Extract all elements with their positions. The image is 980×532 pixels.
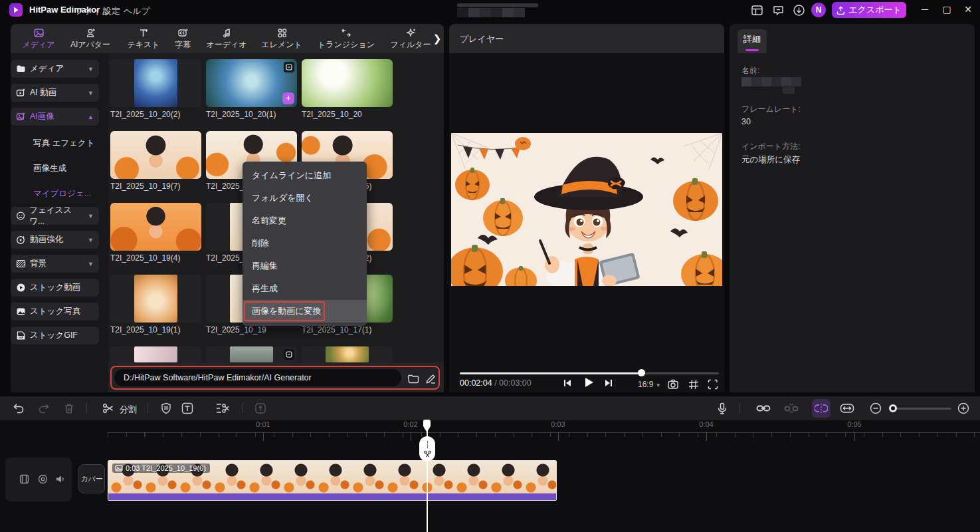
marker-badge-icon[interactable] bbox=[159, 402, 173, 415]
zoom-in-icon[interactable] bbox=[957, 402, 970, 415]
open-folder-icon[interactable] bbox=[407, 372, 420, 386]
edit-path-icon[interactable] bbox=[424, 372, 437, 386]
cc-icon bbox=[167, 27, 198, 39]
undo-icon[interactable] bbox=[12, 402, 25, 415]
elements-icon bbox=[258, 27, 306, 39]
menu-item-open-folder[interactable]: フォルダを開く bbox=[243, 187, 367, 209]
split-scissors-icon[interactable] bbox=[102, 402, 115, 415]
playhead-split-button[interactable] bbox=[419, 436, 435, 462]
media-thumb-10[interactable] bbox=[110, 275, 201, 323]
fit-timeline-icon[interactable] bbox=[840, 402, 853, 415]
playhead-handle[interactable] bbox=[422, 419, 432, 433]
timeline-zoom-slider[interactable] bbox=[890, 408, 951, 410]
tab-subtitles[interactable]: 字幕 bbox=[167, 27, 198, 52]
delete-icon[interactable] bbox=[62, 402, 76, 415]
media-thumb-4[interactable] bbox=[110, 131, 201, 179]
sidebar-item-video-enhance[interactable]: 動画強化▼ bbox=[11, 231, 99, 249]
fullscreen-icon[interactable] bbox=[707, 378, 719, 390]
prev-frame-button[interactable] bbox=[561, 355, 576, 370]
trim-icon[interactable] bbox=[215, 402, 229, 415]
export-clip-icon[interactable] bbox=[254, 402, 267, 415]
close-button[interactable]: ✕ bbox=[961, 4, 975, 15]
tab-audio[interactable]: オーディオ bbox=[203, 27, 250, 52]
track-volume-icon[interactable] bbox=[54, 473, 66, 485]
save-path-input[interactable] bbox=[114, 369, 401, 386]
image-plus-icon bbox=[16, 112, 26, 122]
feedback-icon[interactable] bbox=[772, 4, 785, 17]
menu-item-regenerate[interactable]: 再生成 bbox=[243, 277, 367, 300]
snapshot-icon[interactable] bbox=[667, 378, 679, 390]
cover-button[interactable]: カバー bbox=[78, 464, 105, 493]
menu-item-rename[interactable]: 名前変更 bbox=[243, 209, 367, 232]
aspect-ratio-select[interactable]: 16:9 ▼ bbox=[638, 380, 661, 389]
media-thumb-14[interactable] bbox=[206, 346, 297, 362]
progress-knob[interactable] bbox=[638, 369, 645, 376]
media-thumb-label: T2I_2025_10_19 bbox=[206, 325, 299, 334]
unlink-icon[interactable] bbox=[784, 402, 797, 415]
ripple-edit-toggle[interactable] bbox=[812, 399, 831, 418]
media-thumb-label: T2I_2025_10_17(1) bbox=[302, 325, 395, 334]
minimize-button[interactable]: ─ bbox=[918, 4, 931, 15]
media-thumb-15[interactable] bbox=[302, 346, 393, 362]
media-thumb-3[interactable] bbox=[302, 59, 393, 107]
sidebar-item-stock-gif[interactable]: GIF ストックGIF bbox=[11, 327, 99, 344]
sidebar-item-photo-effects[interactable]: 写真 エフェクト bbox=[33, 138, 94, 149]
tab-ai-avatar[interactable]: AIアバター bbox=[65, 27, 116, 52]
tab-elements[interactable]: エレメント bbox=[258, 27, 306, 52]
add-to-timeline-button[interactable]: + bbox=[282, 92, 294, 104]
track-visibility-icon[interactable] bbox=[37, 473, 49, 485]
avatar[interactable]: N bbox=[811, 3, 826, 17]
redo-icon[interactable] bbox=[37, 402, 50, 415]
zoom-out-icon[interactable] bbox=[869, 402, 882, 415]
zoom-slider-knob[interactable] bbox=[889, 404, 897, 412]
microphone-icon[interactable] bbox=[716, 402, 729, 415]
media-thumb-1[interactable] bbox=[110, 59, 201, 107]
import-method-label: インポート方法: bbox=[741, 141, 800, 152]
sidebar-item-my-projects[interactable]: マイプロジェ... bbox=[33, 188, 91, 200]
menu-help[interactable]: ヘルプ bbox=[124, 5, 150, 17]
sidebar-item-ai-video[interactable]: AI 動画▼ bbox=[11, 84, 99, 102]
sidebar-item-image-generation[interactable]: 画像生成 bbox=[33, 163, 66, 174]
media-thumb-7[interactable] bbox=[110, 203, 201, 251]
menu-item-add-to-timeline[interactable]: タイムラインに追加 bbox=[243, 164, 367, 187]
player-panel: プレイヤー bbox=[449, 24, 724, 392]
sidebar-item-ai-image[interactable]: AI画像▲ bbox=[11, 108, 99, 126]
prev-frame-button[interactable] bbox=[562, 378, 573, 388]
sidebar-item-stock-photo[interactable]: ストック写真 bbox=[11, 303, 99, 321]
name-label: 名前: bbox=[741, 65, 759, 76]
tab-text[interactable]: テキスト bbox=[124, 27, 163, 52]
media-thumb-2[interactable]: + bbox=[206, 59, 297, 107]
media-thumb-label: T2I_2025_10_19(7) bbox=[110, 182, 203, 191]
menu-settings[interactable]: 設定 bbox=[103, 5, 120, 17]
layout-icon[interactable] bbox=[751, 4, 763, 17]
download-icon[interactable] bbox=[793, 4, 805, 17]
save-path-bar bbox=[110, 366, 440, 390]
link-icon[interactable] bbox=[756, 402, 769, 415]
chevron-down-icon: ▼ bbox=[88, 237, 94, 243]
tab-transitions[interactable]: トランジション bbox=[315, 27, 377, 52]
tab-media[interactable]: メディア bbox=[20, 27, 57, 52]
sidebar-item-media[interactable]: メディア▼ bbox=[11, 60, 99, 78]
tab-details[interactable]: 詳細 bbox=[737, 29, 767, 53]
sidebar-item-stock-video[interactable]: ストック動画 bbox=[11, 279, 99, 297]
split-label[interactable]: 分割 bbox=[120, 404, 137, 416]
maximize-button[interactable]: ▢ bbox=[940, 4, 953, 15]
menu-item-image-to-video[interactable]: 画像を動画に変換 bbox=[243, 300, 367, 323]
sidebar-item-face-swap[interactable]: フェイススワ...▼ bbox=[11, 207, 99, 225]
sidebar-item-background[interactable]: 背景▼ bbox=[11, 255, 99, 273]
sidebar: メディア▼ AI 動画▼ AI画像▲ 写真 エフェクト 画像生成 マイプロジェ.… bbox=[11, 53, 108, 392]
media-thumb-13[interactable] bbox=[110, 346, 201, 362]
avatar-plus-icon bbox=[65, 27, 116, 39]
tab-filters[interactable]: フィルター bbox=[387, 27, 435, 52]
next-frame-button[interactable] bbox=[603, 378, 614, 388]
menu-item-reedit[interactable]: 再編集 bbox=[243, 255, 367, 277]
menu-item-delete[interactable]: 削除 bbox=[243, 232, 367, 255]
timeline-clip[interactable]: 0:03 T2I_2025_10_19(6) bbox=[108, 460, 557, 501]
play-button[interactable] bbox=[582, 376, 595, 389]
text-tool-icon[interactable] bbox=[181, 402, 194, 415]
chevron-right-icon[interactable]: ❯ bbox=[432, 31, 442, 47]
video-preview[interactable] bbox=[451, 133, 722, 286]
ribbon-tab-bar: メディア AIアバター テキスト 字幕 オーディオ エレメント トランジション bbox=[11, 24, 444, 53]
export-button[interactable]: エクスポート bbox=[832, 2, 906, 18]
grid-overlay-icon[interactable] bbox=[688, 378, 700, 390]
